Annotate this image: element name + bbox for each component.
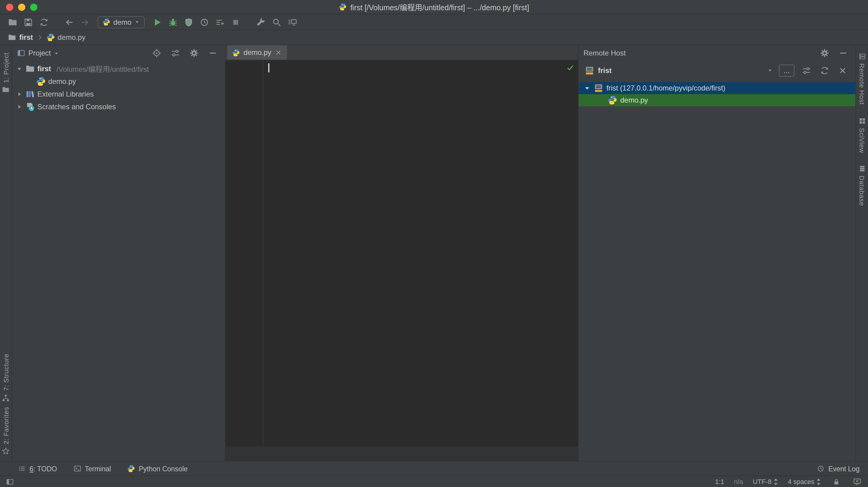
- tree-row-project-root[interactable]: first /Volumes/编程用/untitled/first: [12, 62, 225, 75]
- sciview-grid-icon: [858, 117, 866, 124]
- breadcrumb: first demo.py: [0, 30, 868, 45]
- tool-window-toggle-button[interactable]: [4, 477, 16, 486]
- stripe-database-button[interactable]: Database: [858, 163, 866, 209]
- remote-settings-button[interactable]: [819, 47, 830, 60]
- remote-filter-button[interactable]: [801, 64, 812, 77]
- close-window-button[interactable]: [6, 3, 13, 10]
- minimize-window-button[interactable]: [18, 3, 25, 10]
- hide-remote-panel-button[interactable]: [838, 47, 849, 60]
- project-view-icon: [17, 49, 25, 57]
- run-with-coverage-button[interactable]: [181, 16, 196, 29]
- hide-panel-button[interactable]: [207, 47, 218, 60]
- python-file-icon: [46, 33, 55, 41]
- todo-tool-button[interactable]: 6: TODO: [18, 465, 57, 472]
- close-icon: [838, 65, 847, 75]
- stripe-project-button[interactable]: 1: Project: [2, 50, 10, 96]
- python-console-tool-button[interactable]: Python Console: [127, 465, 187, 472]
- editor-area: demo.py: [225, 45, 578, 461]
- debug-button[interactable]: [166, 16, 180, 29]
- stripe-favorites-button[interactable]: 2: Favorites: [2, 404, 10, 457]
- stop-button[interactable]: [228, 16, 243, 29]
- inspections-ok-icon[interactable]: [566, 63, 575, 72]
- run-icon: [153, 17, 162, 27]
- stripe-structure-button[interactable]: 7: Structure: [2, 351, 10, 404]
- write-lock-button[interactable]: [831, 477, 841, 486]
- editor-tab-bar: demo.py: [225, 45, 578, 60]
- forward-button[interactable]: [78, 16, 92, 29]
- search-icon: [272, 17, 281, 27]
- profiler-button[interactable]: [197, 16, 212, 29]
- chevron-collapsed-icon: [16, 103, 23, 110]
- tool-window-toggle-icon: [6, 478, 13, 486]
- open-button[interactable]: [5, 16, 20, 29]
- remote-run-button[interactable]: [285, 16, 300, 29]
- editor-gutter[interactable]: [225, 60, 264, 447]
- close-tab-icon[interactable]: [275, 49, 282, 56]
- remote-indicator-button[interactable]: [852, 477, 863, 486]
- tree-row-external-libraries[interactable]: External Libraries: [12, 87, 225, 100]
- settings-wrench-button[interactable]: [254, 16, 268, 29]
- project-view-selector[interactable]: Project: [17, 49, 59, 57]
- open-folder-icon: [8, 17, 18, 27]
- back-button[interactable]: [62, 16, 76, 29]
- remote-host-header: Remote Host: [579, 45, 855, 61]
- traffic-lights: [6, 0, 37, 14]
- lock-icon: [832, 478, 840, 486]
- breadcrumb-project[interactable]: first: [8, 33, 33, 41]
- folder-icon: [25, 64, 35, 73]
- minimize-icon: [208, 48, 218, 58]
- editor-bottom-strip: [225, 447, 578, 461]
- locate-file-button[interactable]: [151, 47, 162, 60]
- python-icon: [102, 18, 110, 26]
- refresh-icon: [820, 65, 830, 75]
- main-toolbar: demo: [0, 15, 868, 30]
- panel-settings-button[interactable]: [189, 47, 199, 60]
- sftp-server-icon: [594, 83, 603, 93]
- terminal-tool-button[interactable]: Terminal: [73, 465, 111, 472]
- chevron-right-icon: [36, 34, 43, 41]
- synchronize-button[interactable]: [37, 16, 51, 29]
- concurrency-diagram-button[interactable]: [213, 16, 227, 29]
- view-options-button[interactable]: [170, 47, 181, 60]
- tree-row-demo-file[interactable]: demo.py: [12, 75, 225, 87]
- caret-position-widget[interactable]: 1:1: [715, 478, 724, 485]
- event-log-button[interactable]: Event Log: [817, 465, 860, 472]
- browse-servers-button[interactable]: ...: [779, 64, 795, 76]
- server-select[interactable]: frist: [585, 65, 773, 75]
- breadcrumb-file[interactable]: demo.py: [46, 33, 85, 41]
- remote-host-tree: frist (127.0.0.1/home/pyvip/code/first) …: [579, 82, 855, 106]
- run-button[interactable]: [150, 16, 164, 29]
- editor-tab-demo[interactable]: demo.py: [227, 45, 287, 60]
- run-configuration-select[interactable]: demo: [98, 16, 145, 28]
- tree-row-scratches[interactable]: Scratches and Consoles: [12, 100, 225, 113]
- updown-arrows-icon: [816, 478, 821, 486]
- remote-close-button[interactable]: [837, 64, 848, 77]
- encoding-widget[interactable]: UTF-8: [753, 478, 778, 486]
- project-tree: first /Volumes/编程用/untitled/first demo.p…: [12, 61, 225, 113]
- remote-tree-row-demo-file[interactable]: demo.py: [579, 94, 855, 106]
- stop-square-icon: [231, 17, 241, 27]
- stripe-sciview-button[interactable]: SciView: [858, 114, 866, 155]
- debug-bug-icon: [168, 17, 178, 27]
- window-title: first [/Volumes/编程用/untitled/first] – ..…: [350, 1, 529, 13]
- highlight-level-widget[interactable]: n/a: [734, 478, 743, 485]
- forward-arrow-icon: [80, 17, 90, 27]
- indent-widget[interactable]: 4 spaces: [788, 478, 821, 486]
- star-icon: [2, 447, 10, 455]
- stripe-remote-host-button[interactable]: Remote Host: [858, 50, 866, 107]
- project-tool-window: Project first /Volumes/编程用/untitled/firs…: [12, 45, 225, 461]
- zoom-window-button[interactable]: [30, 3, 37, 10]
- pycharm-window: first [/Volumes/编程用/untitled/first] – ..…: [0, 0, 868, 487]
- updown-arrows-icon: [773, 478, 778, 486]
- remote-refresh-button[interactable]: [819, 64, 830, 77]
- search-everywhere-button[interactable]: [270, 16, 284, 29]
- python-file-icon: [608, 95, 617, 105]
- database-icon: [858, 165, 866, 173]
- chevron-down-icon: [54, 50, 59, 56]
- save-all-button[interactable]: [21, 16, 36, 29]
- remote-tree-row-root[interactable]: frist (127.0.0.1/home/pyvip/code/first): [579, 82, 855, 94]
- sliders-icon: [170, 48, 180, 58]
- editor[interactable]: [225, 60, 578, 447]
- event-log-icon: [817, 465, 825, 472]
- status-bar: 1:1 n/a UTF-8 4 spaces: [0, 476, 868, 487]
